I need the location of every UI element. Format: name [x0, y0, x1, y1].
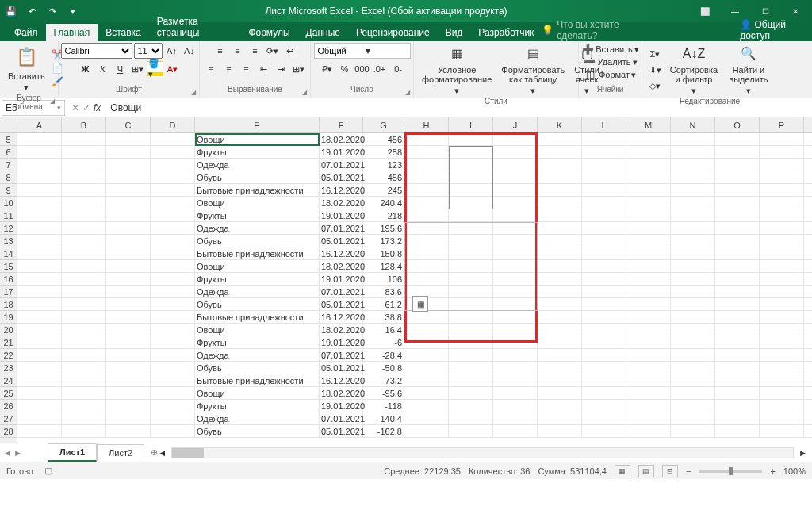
cell[interactable] — [760, 311, 804, 323]
cell[interactable] — [493, 235, 538, 247]
cell[interactable] — [62, 425, 106, 437]
bold-button[interactable]: Ж — [78, 61, 94, 77]
cell[interactable]: Бытовые принадлежности — [195, 311, 320, 323]
cell[interactable] — [151, 260, 195, 272]
cell[interactable] — [626, 400, 671, 412]
cell[interactable] — [715, 400, 760, 412]
cell[interactable] — [106, 247, 151, 259]
cell[interactable] — [404, 374, 449, 386]
cell[interactable] — [671, 387, 715, 399]
cell[interactable] — [671, 311, 715, 323]
cell[interactable]: 18.02.2020 — [320, 260, 363, 272]
cell[interactable] — [538, 324, 582, 336]
cell[interactable] — [715, 349, 760, 361]
alignment-launcher-icon[interactable]: ◢ — [302, 89, 307, 96]
cell[interactable] — [671, 222, 715, 234]
cell[interactable] — [582, 286, 626, 297]
cell[interactable] — [626, 171, 671, 183]
cell[interactable] — [582, 412, 626, 424]
cell[interactable] — [626, 336, 671, 348]
cell[interactable]: 240,4 — [363, 197, 404, 209]
sheet-tab-1[interactable]: Лист1 — [48, 443, 97, 462]
cell[interactable] — [538, 184, 582, 196]
cell[interactable] — [404, 311, 449, 323]
cell[interactable]: Фрукты — [195, 336, 320, 348]
cell[interactable] — [715, 425, 760, 437]
zoom-thumb[interactable] — [729, 467, 733, 475]
cell[interactable]: 07.01.2021 — [320, 222, 363, 234]
cell[interactable] — [493, 400, 538, 412]
col-header-G[interactable]: G — [363, 117, 404, 132]
cell[interactable] — [151, 209, 195, 221]
cell[interactable] — [582, 349, 626, 361]
cell[interactable] — [626, 235, 671, 247]
cell[interactable] — [626, 298, 671, 310]
align-center-icon[interactable]: ≡ — [221, 61, 237, 77]
cell[interactable] — [106, 311, 151, 323]
find-select-button[interactable]: 🔍Найти и выделить▾ — [725, 43, 772, 97]
cell[interactable] — [760, 425, 804, 437]
col-header-L[interactable]: L — [582, 117, 626, 132]
row-header-12[interactable]: 12 — [0, 222, 17, 235]
cell[interactable] — [493, 146, 538, 158]
add-sheet-button[interactable]: ⊕ — [151, 447, 158, 458]
cell[interactable] — [538, 273, 582, 285]
cell[interactable] — [715, 133, 760, 145]
cell[interactable] — [538, 362, 582, 374]
cell[interactable] — [715, 298, 760, 310]
cell[interactable] — [404, 362, 449, 374]
cell[interactable] — [760, 273, 804, 285]
tab-data[interactable]: Данные — [298, 24, 348, 41]
cell[interactable] — [671, 400, 715, 412]
cell[interactable] — [760, 247, 804, 259]
row-header-21[interactable]: 21 — [0, 336, 17, 349]
cell[interactable]: 07.01.2021 — [320, 412, 363, 424]
cell[interactable] — [62, 260, 106, 272]
font-name-select[interactable]: Calibri — [61, 43, 132, 59]
cell[interactable]: Овощи — [195, 324, 320, 336]
row-header-9[interactable]: 9 — [0, 184, 17, 197]
row-header-27[interactable]: 27 — [0, 412, 17, 425]
cell[interactable] — [760, 235, 804, 247]
cell[interactable] — [62, 184, 106, 196]
insert-cells-button[interactable]: ➕Вставить▾ — [581, 43, 639, 56]
cell[interactable] — [62, 146, 106, 158]
fx-icon[interactable]: fx — [94, 102, 101, 113]
cell[interactable] — [106, 159, 151, 171]
cell[interactable] — [449, 133, 493, 145]
clear-icon[interactable]: ◇▾ — [647, 78, 663, 94]
cancel-formula-icon[interactable]: ✕ — [71, 102, 79, 113]
cell[interactable] — [760, 336, 804, 348]
cell[interactable] — [151, 222, 195, 234]
cell[interactable] — [671, 286, 715, 297]
cell[interactable]: 456 — [363, 171, 404, 183]
row-header-22[interactable]: 22 — [0, 349, 17, 362]
cell[interactable]: 19.01.2020 — [320, 336, 363, 348]
cell[interactable]: 19.01.2020 — [320, 273, 363, 285]
minimize-icon[interactable]: — — [722, 3, 749, 19]
cell[interactable] — [62, 400, 106, 412]
cell[interactable] — [17, 247, 62, 259]
cell[interactable] — [62, 286, 106, 297]
cell[interactable] — [715, 184, 760, 196]
cell[interactable]: 61,2 — [363, 298, 404, 310]
cell[interactable] — [404, 336, 449, 348]
cell[interactable] — [106, 273, 151, 285]
tab-review[interactable]: Рецензирование — [348, 24, 438, 41]
cell[interactable] — [151, 362, 195, 374]
align-right-icon[interactable]: ≡ — [239, 61, 255, 77]
cell[interactable] — [493, 273, 538, 285]
cell[interactable]: 05.01.2021 — [320, 235, 363, 247]
cell[interactable] — [715, 412, 760, 424]
cell[interactable] — [760, 286, 804, 297]
cell[interactable] — [62, 133, 106, 145]
cell[interactable] — [715, 247, 760, 259]
cell[interactable] — [106, 374, 151, 386]
cell[interactable] — [493, 298, 538, 310]
cell[interactable]: 16.12.2020 — [320, 247, 363, 259]
cell[interactable]: 106 — [363, 273, 404, 285]
cell[interactable] — [493, 184, 538, 196]
cell[interactable] — [449, 298, 493, 310]
cell[interactable] — [671, 197, 715, 209]
cell[interactable] — [404, 260, 449, 272]
